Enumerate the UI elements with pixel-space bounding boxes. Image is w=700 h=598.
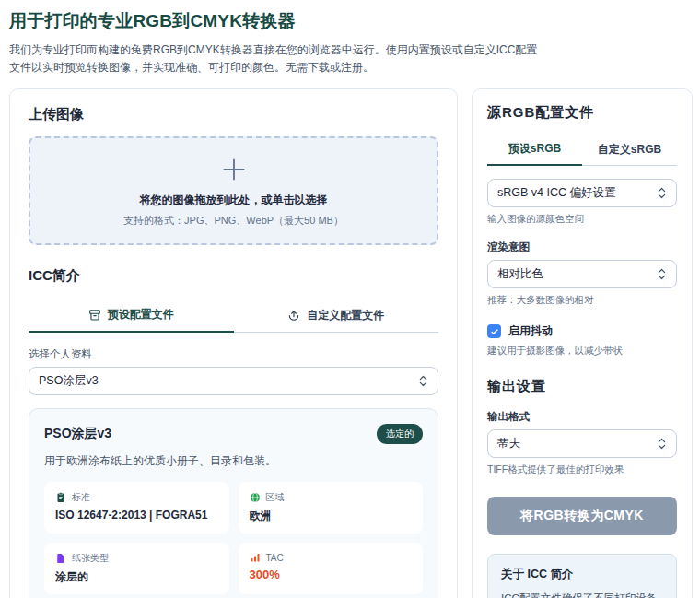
- dither-hint: 建议用于摄影图像，以减少带状: [487, 345, 677, 358]
- tab-preset-profiles[interactable]: 预设配置文件: [29, 298, 234, 333]
- source-profile-select[interactable]: sRGB v4 ICC 偏好设置: [487, 179, 677, 207]
- profile-card-title: PSO涂层v3: [44, 426, 111, 442]
- tab-label: 自定义配置文件: [307, 308, 384, 323]
- tile-region: 区域 欧洲: [239, 482, 424, 534]
- dither-checkbox[interactable]: [487, 324, 501, 338]
- tab-custom-srgb[interactable]: 自定义sRGB: [582, 133, 677, 166]
- tab-label: 预设配置文件: [108, 307, 174, 322]
- icc-heading: ICC简介: [29, 267, 438, 285]
- about-icc-text: ICC配置文件确保了不同打印设备和纸张类型的准确色彩再现。: [501, 590, 663, 598]
- upload-icc-panel: 上传图像 将您的图像拖放到此处，或单击以选择 支持的格式：JPG、PNG、Web…: [9, 88, 458, 598]
- icc-tabs: 预设配置文件 自定义配置文件: [29, 298, 438, 333]
- source-rgb-heading: 源RGB配置文件: [487, 104, 677, 122]
- page-subtitle: 我们为专业打印而构建的免费RGB到CMYK转换器直接在您的浏览器中运行。使用内置…: [9, 41, 693, 76]
- globe-icon: [250, 492, 261, 503]
- intent-hint: 推荐：大多数图像的相对: [487, 294, 677, 307]
- check-icon: [490, 327, 499, 336]
- tile-paper-type: 纸张类型 涂层的: [44, 543, 229, 594]
- chevron-updown-icon: [418, 374, 428, 388]
- page-title: 用于打印的专业RGB到CMYK转换器: [9, 9, 693, 33]
- convert-button[interactable]: 将RGB转换为CMYK: [487, 497, 677, 535]
- source-profile-hint: 输入图像的源颜色空间: [487, 213, 677, 226]
- rgb-cmyk-converter-page: 用于打印的专业RGB到CMYK转换器 我们为专业打印而构建的免费RGB到CMYK…: [0, 0, 700, 598]
- dropzone-formats: 支持的格式：JPG、PNG、WebP（最大50 MB）: [123, 214, 344, 228]
- chevron-updown-icon: [657, 267, 667, 281]
- clipboard-icon: [55, 492, 66, 503]
- selected-profile-card: PSO涂层v3 选定的 用于欧洲涂布纸上的优质小册子、目录和包装。 标准 ISO…: [29, 408, 438, 598]
- format-value: 蒂夫: [497, 436, 520, 451]
- tile-label: TAC: [266, 553, 284, 563]
- srgb-tabs: 预设sRGB 自定义sRGB: [487, 133, 677, 166]
- profile-select-label: 选择个人资料: [29, 347, 438, 361]
- archive-icon: [88, 309, 101, 322]
- format-hint: TIFF格式提供了最佳的打印效果: [487, 463, 677, 476]
- chevron-updown-icon: [657, 186, 667, 200]
- upload-icon: [287, 309, 300, 322]
- tab-custom-profiles[interactable]: 自定义配置文件: [234, 298, 439, 333]
- tile-value: 欧洲: [250, 509, 413, 524]
- tile-standard: 标准 ISO 12647-2:2013 | FOGRA51: [44, 482, 229, 534]
- subtitle-line-1: 我们为专业打印而构建的免费RGB到CMYK转换器直接在您的浏览器中运行。使用内置…: [9, 41, 693, 59]
- tile-label: 纸张类型: [72, 552, 109, 565]
- format-label: 输出格式: [487, 410, 677, 424]
- dither-label: 启用抖动: [508, 323, 553, 339]
- subtitle-line-2: 文件以实时预览转换图像，并实现准确、可打印的颜色。无需下载或注册。: [9, 59, 693, 76]
- tile-value: 涂层的: [55, 569, 218, 585]
- dropzone-text: 将您的图像拖放到此处，或单击以选择: [140, 193, 328, 208]
- output-heading: 输出设置: [487, 378, 677, 395]
- profile-card-description: 用于欧洲涂布纸上的优质小册子、目录和包装。: [44, 453, 423, 469]
- selected-badge: 选定的: [377, 424, 423, 444]
- tile-value: 300%: [250, 568, 413, 581]
- bar-chart-icon: [250, 552, 261, 563]
- about-icc-title: 关于 ICC 简介: [501, 567, 663, 582]
- tab-label: 预设sRGB: [508, 141, 561, 157]
- tab-preset-srgb[interactable]: 预设sRGB: [487, 133, 582, 166]
- format-select[interactable]: 蒂夫: [487, 429, 677, 458]
- image-dropzone[interactable]: 将您的图像拖放到此处，或单击以选择 支持的格式：JPG、PNG、WebP（最大5…: [29, 136, 438, 245]
- chevron-updown-icon: [657, 437, 667, 451]
- tile-label: 标准: [72, 491, 90, 504]
- profile-select-value: PSO涂层v3: [39, 373, 99, 389]
- tab-label: 自定义sRGB: [598, 142, 661, 158]
- settings-panel: 源RGB配置文件 预设sRGB 自定义sRGB sRGB v4 ICC 偏好设置…: [472, 88, 693, 598]
- upload-heading: 上传图像: [29, 106, 438, 123]
- profile-detail-tiles: 标准 ISO 12647-2:2013 | FOGRA51 区域 欧洲: [44, 482, 423, 598]
- dither-checkbox-row[interactable]: 启用抖动: [487, 323, 677, 339]
- tile-tac: TAC 300%: [239, 543, 424, 594]
- about-icc-box: 关于 ICC 简介 ICC配置文件确保了不同打印设备和纸张类型的准确色彩再现。: [487, 554, 677, 598]
- tile-value: ISO 12647-2:2013 | FOGRA51: [55, 509, 218, 522]
- intent-value: 相对比色: [497, 266, 543, 282]
- source-profile-value: sRGB v4 ICC 偏好设置: [497, 185, 616, 201]
- paper-icon: [55, 553, 66, 564]
- intent-label: 渲染意图: [487, 240, 677, 254]
- tile-label: 区域: [266, 491, 285, 504]
- plus-icon: [218, 154, 250, 185]
- profile-select[interactable]: PSO涂层v3: [29, 367, 438, 395]
- intent-select[interactable]: 相对比色: [487, 260, 677, 288]
